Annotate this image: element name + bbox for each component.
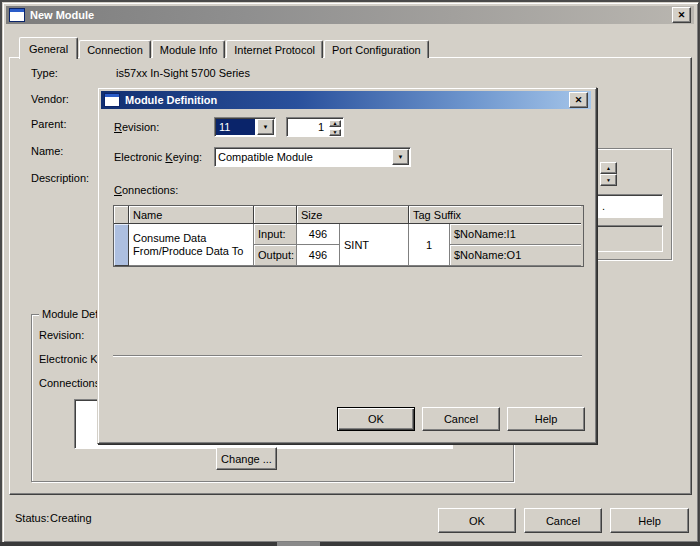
cancel-button-label: Cancel	[546, 515, 580, 527]
header-size: Size	[297, 206, 409, 224]
name-label: Name:	[31, 145, 63, 157]
summary-connections-label: Connections:	[39, 377, 103, 389]
background-strip-patch	[277, 542, 320, 546]
tab-general[interactable]: General	[19, 37, 78, 59]
revision-label: Revision:	[114, 121, 159, 133]
module-definition-dialog: Module Definition ✕ Revision: 11 ▼ 1 ▲ ▼…	[97, 87, 597, 444]
spin-down-icon[interactable]: ▼	[600, 174, 617, 186]
revision-minor-spin-buttons: ▲ ▼	[328, 119, 342, 135]
tab-general-label: General	[29, 43, 68, 55]
output-label-cell: Output:	[254, 245, 297, 266]
parent-label: Parent:	[31, 118, 66, 130]
type-value: is57xx In-Sight 5700 Series	[116, 67, 250, 79]
window-title: New Module	[30, 9, 94, 21]
chevron-down-icon[interactable]: ▼	[257, 119, 274, 135]
tab-port-configuration-label: Port Configuration	[332, 44, 421, 56]
connection-name-cell: Consume Data From/Produce Data To	[129, 224, 254, 266]
connections-label-key: C	[114, 184, 122, 196]
modal-title: Module Definition	[125, 94, 217, 106]
revision-minor-spinner[interactable]: 1 ▲ ▼	[286, 117, 344, 137]
close-icon[interactable]: ✕	[569, 92, 588, 108]
tab-module-info[interactable]: Module Info	[152, 40, 225, 58]
window-icon	[104, 93, 120, 107]
help-button-label: Help	[638, 515, 661, 527]
connections-table: Name Size Tag Suffix Consume Data From/P…	[113, 205, 584, 267]
divider	[113, 355, 582, 357]
type-label: Type:	[31, 67, 58, 79]
tab-module-info-label: Module Info	[160, 44, 217, 56]
keying-label-rest: eying:	[173, 151, 202, 163]
row-selector[interactable]	[114, 224, 129, 266]
change-button[interactable]: Change ...	[216, 447, 277, 470]
header-selector-cell	[114, 206, 129, 224]
modal-cancel-button[interactable]: Cancel	[422, 407, 500, 431]
output-tag-cell: $NoName:O1	[450, 245, 581, 266]
keying-label-key: K	[165, 151, 172, 163]
connection-name-line2: From/Produce Data To	[133, 245, 243, 258]
header-tag-suffix: Tag Suffix	[409, 206, 581, 224]
spin-up-icon[interactable]: ▲	[329, 120, 341, 127]
output-size-cell[interactable]: 496	[297, 245, 340, 266]
tab-internet-protocol-label: Internet Protocol	[234, 44, 315, 56]
revision-major-value: 11	[216, 119, 255, 135]
summary-revision-label: Revision:	[39, 329, 84, 341]
help-button[interactable]: Help	[610, 508, 689, 533]
modal-help-button[interactable]: Help	[507, 407, 585, 431]
tag-count-cell: 1	[409, 224, 450, 266]
modal-cancel-label: Cancel	[444, 413, 478, 425]
vendor-label: Vendor:	[31, 93, 69, 105]
revision-label-key: R	[114, 121, 122, 133]
ok-button[interactable]: OK	[438, 508, 516, 533]
description-label: Description:	[31, 172, 89, 184]
revision-label-rest: evision:	[122, 121, 159, 133]
revision-major-dropdown[interactable]: 11 ▼	[214, 117, 276, 137]
input-tag-cell: $NoName:I1	[450, 224, 581, 245]
modal-ok-label: OK	[368, 413, 384, 425]
revision-minor-value: 1	[287, 118, 327, 136]
status-value: Creating	[50, 512, 92, 524]
electronic-keying-label: Electronic Keying:	[114, 151, 202, 163]
address-spinner[interactable]: ▲ ▼	[600, 162, 617, 186]
cancel-button[interactable]: Cancel	[524, 508, 602, 533]
module-definition-titlebar[interactable]: Module Definition ✕	[101, 91, 591, 109]
background-strip	[0, 542, 700, 546]
tab-strip: General Connection Module Info Internet …	[19, 37, 430, 59]
screen: { "colors": { "dialog_bg": "#d4d0c8", "s…	[0, 0, 700, 546]
electronic-keying-dropdown[interactable]: Compatible Module ▼	[214, 147, 411, 167]
spin-up-icon[interactable]: ▲	[600, 162, 617, 174]
connections-label-rest: onnections:	[122, 184, 178, 196]
ok-button-label: OK	[469, 515, 485, 527]
tab-internet-protocol[interactable]: Internet Protocol	[226, 40, 323, 58]
electronic-keying-value: Compatible Module	[215, 148, 391, 166]
status-label: Status:	[15, 512, 49, 524]
window-icon	[9, 8, 25, 22]
connections-label: Connections:	[114, 184, 178, 196]
new-module-titlebar[interactable]: New Module ✕	[6, 6, 694, 24]
tab-connection-label: Connection	[87, 44, 143, 56]
input-label-cell: Input:	[254, 224, 297, 245]
header-name: Name	[129, 206, 254, 224]
connection-name-line1: Consume Data	[133, 232, 206, 245]
close-icon[interactable]: ✕	[672, 7, 691, 23]
modal-help-label: Help	[535, 413, 558, 425]
keying-label-pre: Electronic	[114, 151, 165, 163]
tab-port-configuration[interactable]: Port Configuration	[324, 40, 429, 58]
header-blank	[254, 206, 297, 224]
tab-connection[interactable]: Connection	[79, 40, 151, 58]
chevron-down-icon[interactable]: ▼	[392, 149, 409, 165]
data-type-cell: SINT	[340, 224, 409, 266]
modal-ok-button[interactable]: OK	[337, 407, 415, 431]
spin-down-icon[interactable]: ▼	[329, 129, 341, 136]
change-button-label: Change ...	[221, 453, 272, 465]
input-size-cell[interactable]: 496	[297, 224, 340, 245]
